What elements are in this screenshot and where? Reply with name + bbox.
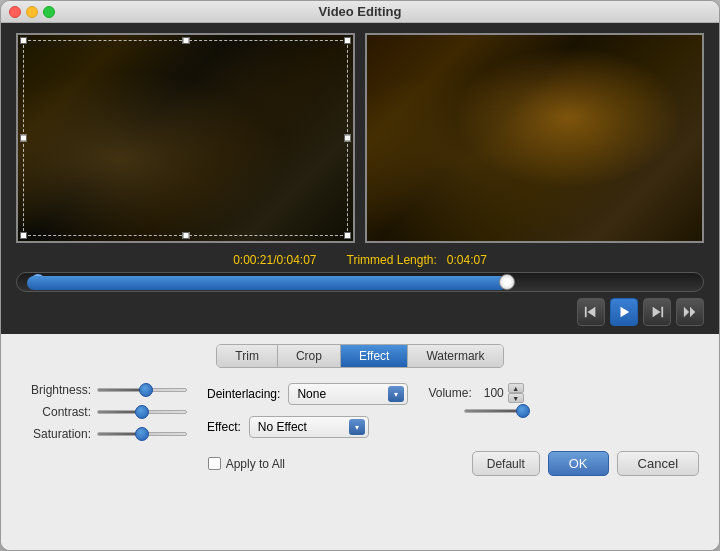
default-button[interactable]: Default — [472, 451, 540, 476]
saturation-label: Saturation: — [21, 427, 91, 441]
effect-dropdown-container: No Effect Old Film Sepia Black & White N… — [249, 416, 369, 438]
transport-controls — [16, 298, 704, 326]
mid-params: Deinterlacing: None Top Field First Bott… — [207, 383, 408, 438]
end-icon — [650, 305, 664, 319]
volume-value: 100 — [476, 386, 504, 400]
volume-thumb[interactable] — [516, 404, 530, 418]
maximize-button[interactable] — [43, 6, 55, 18]
right-video-frame — [365, 33, 704, 243]
time-display: 0:00:21/0:04:07 Trimmed Length: 0:04:07 — [16, 253, 704, 267]
deinterlacing-row: Deinterlacing: None Top Field First Bott… — [207, 383, 408, 405]
title-bar: Video Editing — [1, 1, 719, 23]
tab-group: Trim Crop Effect Watermark — [216, 344, 503, 368]
current-time: 0:00:21/0:04:07 — [233, 253, 316, 267]
volume-section: Volume: 100 ▲ ▼ — [428, 383, 523, 403]
right-params: Volume: 100 ▲ ▼ — [428, 383, 523, 413]
window-title: Video Editing — [319, 4, 402, 19]
svg-marker-5 — [684, 307, 689, 318]
svg-marker-2 — [621, 307, 630, 318]
right-video-image — [367, 35, 702, 241]
svg-marker-1 — [588, 307, 596, 318]
tabs-row: Trim Crop Effect Watermark — [21, 344, 699, 368]
cancel-button[interactable]: Cancel — [617, 451, 699, 476]
saturation-thumb[interactable] — [135, 427, 149, 441]
deinterlacing-dropdown[interactable]: None Top Field First Bottom Field First — [288, 383, 408, 405]
svg-marker-4 — [653, 307, 661, 318]
left-video-panel — [16, 33, 355, 243]
params-area: Brightness: Contrast: Saturation: — [21, 383, 699, 441]
tab-watermark[interactable]: Watermark — [408, 345, 502, 367]
svg-rect-3 — [661, 307, 663, 318]
controls-area: Trim Crop Effect Watermark Brightness: C… — [1, 334, 719, 550]
apply-to-all-checkbox[interactable] — [208, 457, 221, 470]
apply-to-all-label: Apply to All — [226, 457, 285, 471]
main-window: Video Editing — [0, 0, 720, 551]
right-video-panel — [365, 33, 704, 243]
traffic-lights — [9, 6, 55, 18]
deinterlacing-label: Deinterlacing: — [207, 387, 280, 401]
timeline-track[interactable] — [16, 272, 704, 292]
brightness-label: Brightness: — [21, 383, 91, 397]
effect-row: Effect: No Effect Old Film Sepia Black &… — [207, 416, 408, 438]
tab-effect[interactable]: Effect — [341, 345, 408, 367]
volume-slider[interactable] — [464, 409, 524, 413]
play-icon — [617, 305, 631, 319]
timeline-area: 0:00:21/0:04:07 Trimmed Length: 0:04:07 — [1, 248, 719, 334]
effect-label: Effect: — [207, 420, 241, 434]
trim-length-value: 0:04:07 — [447, 253, 487, 267]
effect-dropdown[interactable]: No Effect Old Film Sepia Black & White N… — [249, 416, 369, 438]
brightness-row: Brightness: — [21, 383, 187, 397]
contrast-row: Contrast: — [21, 405, 187, 419]
transport-start-button[interactable] — [577, 298, 605, 326]
skip-icon — [683, 305, 697, 319]
transport-play-button[interactable] — [610, 298, 638, 326]
trim-length-label: Trimmed Length: 0:04:07 — [347, 253, 487, 267]
tab-crop[interactable]: Crop — [278, 345, 341, 367]
brightness-slider[interactable] — [97, 388, 187, 392]
volume-label: Volume: — [428, 386, 471, 400]
left-video-frame — [16, 33, 355, 243]
saturation-row: Saturation: — [21, 427, 187, 441]
svg-rect-0 — [585, 307, 587, 318]
volume-down-button[interactable]: ▼ — [508, 393, 524, 403]
saturation-slider[interactable] — [97, 432, 187, 436]
bottom-row: Apply to All Default OK Cancel — [21, 451, 699, 476]
timeline-thumb[interactable] — [499, 274, 515, 290]
tab-trim[interactable]: Trim — [217, 345, 278, 367]
minimize-button[interactable] — [26, 6, 38, 18]
volume-stepper: ▲ ▼ — [508, 383, 524, 403]
left-video-image — [18, 35, 353, 241]
start-icon — [584, 305, 598, 319]
brightness-thumb[interactable] — [139, 383, 153, 397]
deinterlacing-dropdown-container: None Top Field First Bottom Field First … — [288, 383, 408, 405]
apply-to-all-section: Apply to All — [208, 457, 285, 471]
close-button[interactable] — [9, 6, 21, 18]
transport-skip-button[interactable] — [676, 298, 704, 326]
svg-marker-6 — [690, 307, 695, 318]
timeline-fill — [27, 276, 507, 290]
left-params: Brightness: Contrast: Saturation: — [21, 383, 187, 441]
ok-button[interactable]: OK — [548, 451, 609, 476]
trim-length-text: Trimmed Length: — [347, 253, 437, 267]
action-buttons: Default OK Cancel — [472, 451, 699, 476]
contrast-thumb[interactable] — [135, 405, 149, 419]
volume-up-button[interactable]: ▲ — [508, 383, 524, 393]
transport-end-button[interactable] — [643, 298, 671, 326]
contrast-slider[interactable] — [97, 410, 187, 414]
contrast-label: Contrast: — [21, 405, 91, 419]
video-area — [1, 23, 719, 248]
volume-slider-row — [428, 409, 523, 413]
